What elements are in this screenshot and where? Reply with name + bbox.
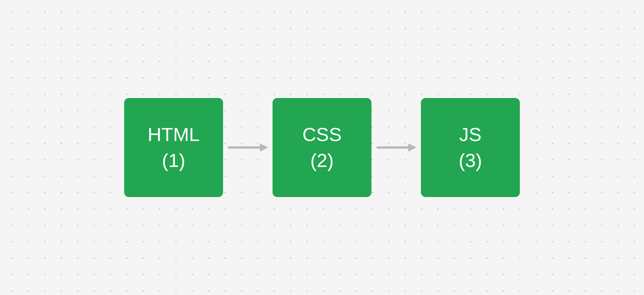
node-title: CSS: [302, 122, 341, 148]
node-html[interactable]: HTML (1): [124, 98, 223, 197]
node-js[interactable]: JS (3): [421, 98, 520, 197]
node-css[interactable]: CSS (2): [273, 98, 371, 197]
arrow-2: [371, 137, 421, 158]
arrow-right-icon: [371, 141, 421, 154]
node-order: (2): [310, 148, 334, 173]
node-title: JS: [459, 122, 481, 148]
svg-marker-3: [408, 143, 416, 152]
diagram-canvas[interactable]: HTML (1) CSS (2) JS (3): [0, 0, 644, 295]
node-order: (3): [459, 148, 482, 173]
arrow-1: [223, 137, 273, 158]
node-title: HTML: [148, 122, 200, 148]
svg-marker-1: [260, 143, 268, 152]
node-order: (1): [162, 148, 185, 173]
flow-row: HTML (1) CSS (2) JS (3): [124, 98, 520, 197]
arrow-right-icon: [223, 141, 273, 154]
